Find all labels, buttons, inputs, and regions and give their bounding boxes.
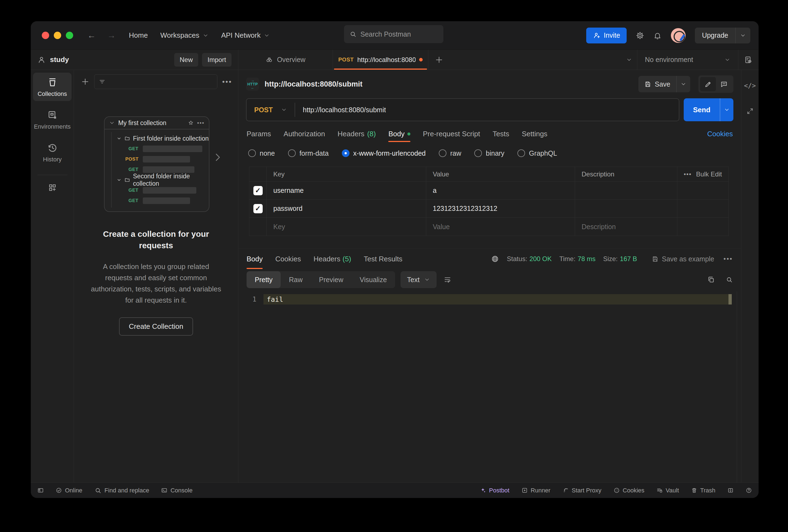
save-button[interactable]: Save <box>638 76 690 92</box>
chevron-down-icon[interactable] <box>720 98 733 121</box>
sidebar-item-collections[interactable]: Collections <box>33 73 72 101</box>
request-tab-body[interactable]: Body <box>388 121 410 146</box>
minimize-window-button[interactable] <box>54 32 61 39</box>
description-cell[interactable] <box>575 182 677 200</box>
key-cell[interactable]: Key <box>267 218 426 236</box>
edit-pencil-icon[interactable] <box>700 77 716 91</box>
statusbar-find-and-replace[interactable]: Find and replace <box>95 487 149 494</box>
add-collection-icon[interactable] <box>81 78 89 86</box>
user-avatar[interactable] <box>671 28 686 43</box>
column-options-icon[interactable]: ••• <box>684 171 692 178</box>
body-type-binary[interactable]: binary <box>474 150 504 157</box>
overview-tab[interactable]: Overview <box>238 50 333 70</box>
more-actions-icon[interactable]: ••• <box>222 78 232 86</box>
tab-list-chevron-icon[interactable] <box>621 57 637 63</box>
close-window-button[interactable] <box>42 32 49 39</box>
row-checkbox[interactable]: ✓ <box>253 204 263 213</box>
new-button[interactable]: New <box>174 53 198 67</box>
upgrade-button[interactable]: Upgrade <box>695 27 750 43</box>
environment-selector[interactable]: No environment <box>637 50 738 70</box>
api-network-menu-item[interactable]: API Network <box>221 31 270 40</box>
method-selector[interactable]: POST <box>247 106 295 114</box>
body-type-graphql[interactable]: GraphQL <box>517 150 557 157</box>
save-as-example-button[interactable]: Save as example <box>652 255 714 263</box>
workspaces-menu-item[interactable]: Workspaces <box>160 31 209 40</box>
row-checkbox[interactable]: ✓ <box>253 186 263 195</box>
statusbar-split-icon[interactable] <box>727 487 734 493</box>
statusbar-runner[interactable]: Runner <box>521 487 550 494</box>
home-menu-item[interactable]: Home <box>129 31 148 40</box>
statusbar-postbot[interactable]: Postbot <box>480 487 510 494</box>
chevron-down-icon[interactable] <box>735 27 750 43</box>
filter-collections-input[interactable] <box>94 74 217 89</box>
active-request-tab[interactable]: POST http://localhost:8080/s <box>333 50 428 70</box>
body-type-raw[interactable]: raw <box>439 150 461 157</box>
notifications-bell-icon[interactable] <box>653 32 662 40</box>
statusbar-start-proxy[interactable]: Start Proxy <box>563 487 602 494</box>
create-collection-button[interactable]: Create Collection <box>119 317 193 336</box>
search-response-icon[interactable] <box>726 276 733 283</box>
request-tab-tests[interactable]: Tests <box>493 121 509 146</box>
search-input[interactable]: Search Postman <box>344 25 444 43</box>
tree-request: POST <box>112 154 209 164</box>
body-type-form-data[interactable]: form-data <box>288 150 329 157</box>
expand-panel-icon[interactable] <box>747 107 754 115</box>
sidebar-item-history[interactable]: History <box>33 138 72 166</box>
bulk-edit-button[interactable]: Bulk Edit <box>696 171 722 178</box>
request-tab-pre-request-script[interactable]: Pre-request Script <box>423 121 480 146</box>
code-line[interactable]: 1fail <box>238 294 741 304</box>
response-tab-test-results[interactable]: Test Results <box>364 249 402 269</box>
copy-icon[interactable] <box>707 276 715 283</box>
value-cell[interactable]: 12312312312312312 <box>426 200 575 218</box>
response-tab-headers[interactable]: Headers(5) <box>313 249 351 269</box>
forward-arrow-icon[interactable]: → <box>107 31 116 40</box>
statusbar-panel-icon[interactable] <box>37 487 44 493</box>
description-cell[interactable] <box>575 200 677 218</box>
workspace-name[interactable]: study <box>50 56 69 64</box>
import-button[interactable]: Import <box>202 53 232 67</box>
response-body-editor[interactable]: 1fail <box>238 291 741 482</box>
response-tab-cookies[interactable]: Cookies <box>275 249 301 269</box>
response-more-icon[interactable]: ••• <box>724 255 733 263</box>
body-type-none[interactable]: none <box>248 150 275 157</box>
request-tab-authorization[interactable]: Authorization <box>284 121 325 146</box>
environment-quick-look-icon[interactable] <box>738 50 759 70</box>
request-tab-params[interactable]: Params <box>247 121 271 146</box>
settings-gear-icon[interactable] <box>636 32 644 40</box>
statusbar-vault[interactable]: Vault <box>656 487 679 494</box>
description-cell[interactable]: Description <box>575 218 677 236</box>
code-snippet-icon[interactable]: </> <box>744 82 756 90</box>
sidebar-item-environments[interactable]: Environments <box>33 105 72 134</box>
statusbar-cookies[interactable]: Cookies <box>613 487 644 494</box>
request-tab-headers[interactable]: Headers(8) <box>337 121 376 146</box>
statusbar-trash[interactable]: Trash <box>691 487 715 494</box>
view-raw[interactable]: Raw <box>281 271 311 288</box>
view-pretty[interactable]: Pretty <box>247 271 281 288</box>
format-selector[interactable]: Text <box>400 271 437 288</box>
key-cell[interactable]: username <box>267 182 426 200</box>
url-input[interactable]: http://localhost:8080/submit <box>295 106 386 114</box>
statusbar-online[interactable]: Online <box>56 487 82 494</box>
response-tab-body[interactable]: Body <box>247 249 263 269</box>
view-visualize[interactable]: Visualize <box>351 271 395 288</box>
wrap-text-icon[interactable] <box>444 276 451 283</box>
invite-button[interactable]: Invite <box>586 27 627 43</box>
collections-empty-state: Create a collection for your requests A … <box>74 228 238 336</box>
value-cell[interactable]: Value <box>426 218 575 236</box>
request-tab-settings[interactable]: Settings <box>522 121 548 146</box>
back-arrow-icon[interactable]: ← <box>87 31 96 40</box>
send-button[interactable]: Send <box>684 98 733 121</box>
comments-icon[interactable] <box>716 77 732 91</box>
view-preview[interactable]: Preview <box>311 271 351 288</box>
zoom-window-button[interactable] <box>66 32 73 39</box>
cookies-link[interactable]: Cookies <box>707 130 733 138</box>
new-tab-button[interactable] <box>428 50 450 70</box>
apps-add-icon[interactable] <box>47 183 57 193</box>
postbot-icon <box>480 487 486 493</box>
body-type-x-www-form-urlencoded[interactable]: x-www-form-urlencoded <box>342 150 426 157</box>
key-cell[interactable]: password <box>267 200 426 218</box>
statusbar-help-icon[interactable] <box>746 487 752 493</box>
value-cell[interactable]: a <box>426 182 575 200</box>
chevron-down-icon[interactable] <box>676 76 690 92</box>
statusbar-console[interactable]: Console <box>161 487 193 494</box>
